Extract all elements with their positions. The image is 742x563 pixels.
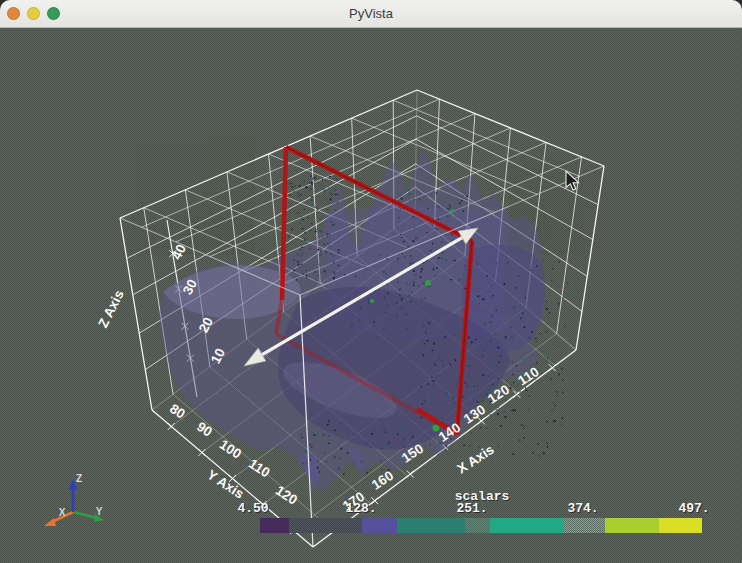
point-speckle — [297, 261, 299, 262]
point-speckle — [423, 262, 425, 263]
point-speckle — [303, 463, 305, 464]
point-speckle — [449, 207, 451, 208]
y-tick-label: 120 — [273, 483, 300, 508]
point-speckle — [373, 325, 375, 326]
point-speckle — [329, 246, 330, 247]
point-speckle — [446, 398, 447, 399]
point-speckle — [465, 406, 466, 407]
point-speckle — [302, 263, 303, 265]
point-speckle — [334, 457, 336, 458]
point-speckle — [471, 341, 473, 343]
point-speckle — [557, 433, 559, 435]
point-speckle — [311, 196, 313, 198]
point-speckle — [530, 270, 532, 271]
point-speckle — [488, 379, 489, 381]
x-axis-title: X Axis — [454, 442, 496, 477]
zoom-button[interactable] — [47, 7, 60, 20]
point-speckle — [529, 396, 530, 397]
point-speckle — [492, 325, 493, 326]
point-speckle — [436, 375, 437, 376]
green-scalar-marker — [450, 209, 454, 213]
scalar-bar[interactable] — [260, 518, 702, 533]
point-speckle — [333, 271, 335, 272]
point-speckle — [288, 180, 289, 181]
point-speckle — [406, 314, 408, 316]
point-speckle — [539, 399, 541, 401]
point-speckle — [559, 261, 560, 262]
point-speckle — [525, 390, 527, 391]
point-speckle — [294, 259, 295, 260]
point-speckle — [523, 427, 524, 429]
point-speckle — [546, 331, 547, 332]
point-speckle — [329, 204, 330, 205]
point-speckle — [562, 379, 563, 381]
point-speckle — [469, 365, 471, 367]
point-speckle — [429, 438, 430, 439]
point-speckle — [433, 343, 435, 345]
title-bar[interactable]: PyVista — [0, 0, 742, 28]
close-button[interactable] — [7, 7, 20, 20]
point-speckle — [311, 184, 313, 185]
point-speckle — [485, 323, 486, 325]
point-speckle — [311, 200, 313, 201]
render-viewport[interactable]: 1020304080901001101201701601501401301201… — [0, 28, 742, 563]
point-speckle — [524, 299, 525, 301]
point-speckle — [551, 280, 553, 282]
point-speckle — [447, 216, 449, 217]
point-speckle — [493, 340, 495, 342]
point-speckle — [418, 285, 419, 287]
point-speckle — [326, 215, 328, 217]
point-speckle — [482, 401, 483, 403]
point-speckle — [427, 209, 428, 210]
point-speckle — [367, 299, 368, 301]
point-speckle — [288, 236, 290, 238]
point-speckle — [459, 279, 461, 281]
point-speckle — [473, 386, 475, 387]
scalar-bar-tick-label: 374. — [567, 501, 598, 516]
point-speckle — [402, 425, 404, 427]
minimize-button[interactable] — [27, 7, 40, 20]
green-scalar-marker — [425, 280, 431, 286]
3d-scene[interactable]: 1020304080901001101201701601501401301201… — [0, 0, 742, 563]
point-speckle — [409, 194, 410, 195]
point-speckle — [467, 255, 469, 257]
mouse-cursor — [566, 171, 579, 190]
point-speckle — [415, 312, 417, 314]
point-speckle — [379, 448, 381, 450]
point-speckle — [312, 429, 313, 431]
point-speckle — [478, 433, 479, 434]
point-speckle — [524, 327, 526, 329]
point-speckle — [313, 182, 314, 184]
point-speckle — [320, 250, 321, 252]
point-speckle — [426, 321, 427, 323]
point-speckle — [293, 269, 295, 271]
point-speckle — [423, 283, 425, 285]
orientation-axes-widget[interactable]: XYZ — [44, 473, 104, 526]
point-speckle — [391, 267, 393, 269]
point-speckle — [424, 447, 425, 449]
point-speckle — [300, 194, 302, 195]
point-speckle — [553, 341, 554, 343]
point-speckle — [415, 224, 417, 226]
point-speckle — [418, 204, 419, 205]
point-speckle — [292, 186, 293, 188]
point-speckle — [340, 458, 342, 459]
point-speckle — [402, 253, 403, 254]
point-speckle — [409, 295, 410, 297]
point-speckle — [301, 245, 303, 247]
point-speckle — [413, 284, 414, 285]
point-speckle — [438, 257, 440, 259]
point-speckle — [416, 199, 418, 200]
point-speckle — [510, 387, 512, 388]
point-speckle — [310, 175, 311, 176]
point-speckle — [431, 377, 432, 378]
point-speckle — [469, 445, 471, 447]
point-speckle — [329, 466, 331, 468]
point-speckle — [295, 220, 296, 221]
point-speckle — [366, 472, 368, 473]
point-speckle — [306, 187, 308, 189]
scalar-bar-segment — [659, 518, 702, 533]
point-speckle — [495, 334, 496, 335]
point-speckle — [435, 275, 436, 276]
point-speckle — [291, 183, 293, 185]
